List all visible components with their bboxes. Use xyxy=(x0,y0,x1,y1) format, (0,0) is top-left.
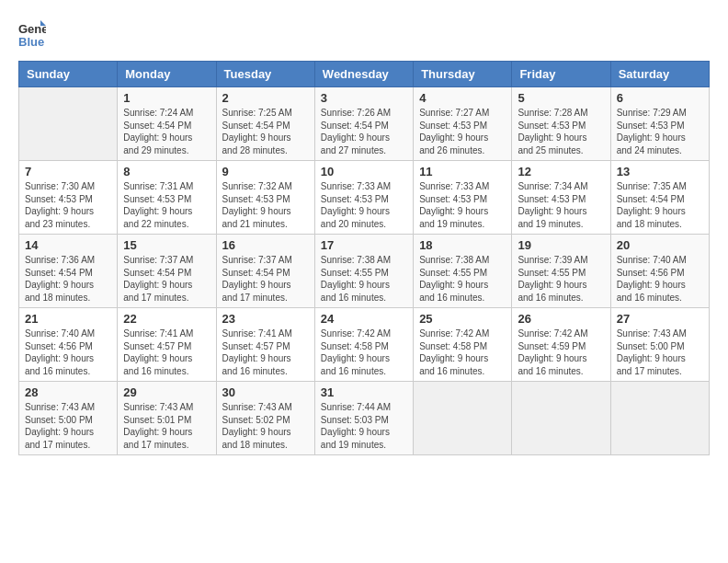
calendar-cell: 31Sunrise: 7:44 AMSunset: 5:03 PMDayligh… xyxy=(314,382,413,455)
cell-content: Sunrise: 7:30 AMSunset: 4:53 PMDaylight:… xyxy=(25,180,111,230)
day-number: 24 xyxy=(321,312,407,326)
calendar-cell: 8Sunrise: 7:31 AMSunset: 4:53 PMDaylight… xyxy=(118,161,216,235)
calendar-table: SundayMondayTuesdayWednesdayThursdayFrid… xyxy=(18,61,710,455)
calendar-cell: 12Sunrise: 7:34 AMSunset: 4:53 PMDayligh… xyxy=(512,161,610,235)
day-number: 18 xyxy=(419,238,506,252)
cell-content: Sunrise: 7:41 AMSunset: 4:57 PMDaylight:… xyxy=(123,327,210,377)
calendar-cell xyxy=(512,382,610,455)
calendar-cell: 4Sunrise: 7:27 AMSunset: 4:53 PMDaylight… xyxy=(414,87,512,161)
calendar-cell: 24Sunrise: 7:42 AMSunset: 4:58 PMDayligh… xyxy=(314,308,413,382)
calendar-cell: 16Sunrise: 7:37 AMSunset: 4:54 PMDayligh… xyxy=(216,235,314,308)
day-number: 5 xyxy=(518,91,604,105)
cell-content: Sunrise: 7:40 AMSunset: 4:56 PMDaylight:… xyxy=(25,327,111,377)
day-number: 8 xyxy=(123,165,210,178)
calendar-cell: 9Sunrise: 7:32 AMSunset: 4:53 PMDaylight… xyxy=(216,161,314,235)
calendar-week-1: 1Sunrise: 7:24 AMSunset: 4:54 PMDaylight… xyxy=(19,87,710,161)
cell-content: Sunrise: 7:31 AMSunset: 4:53 PMDaylight:… xyxy=(123,180,210,230)
weekday-header-friday: Friday xyxy=(512,62,610,87)
day-number: 21 xyxy=(25,312,111,326)
calendar-cell: 1Sunrise: 7:24 AMSunset: 4:54 PMDaylight… xyxy=(118,87,216,161)
day-number: 19 xyxy=(518,238,604,252)
calendar-week-3: 14Sunrise: 7:36 AMSunset: 4:54 PMDayligh… xyxy=(19,235,710,308)
cell-content: Sunrise: 7:42 AMSunset: 4:58 PMDaylight:… xyxy=(419,327,506,377)
calendar-cell: 2Sunrise: 7:25 AMSunset: 4:54 PMDaylight… xyxy=(216,87,314,161)
calendar-cell: 30Sunrise: 7:43 AMSunset: 5:02 PMDayligh… xyxy=(216,382,314,455)
day-number: 29 xyxy=(123,385,210,399)
day-number: 15 xyxy=(123,238,210,252)
cell-content: Sunrise: 7:37 AMSunset: 4:54 PMDaylight:… xyxy=(222,254,309,304)
cell-content: Sunrise: 7:24 AMSunset: 4:54 PMDaylight:… xyxy=(123,107,210,156)
calendar-cell: 25Sunrise: 7:42 AMSunset: 4:58 PMDayligh… xyxy=(414,308,512,382)
calendar-week-2: 7Sunrise: 7:30 AMSunset: 4:53 PMDaylight… xyxy=(19,161,710,235)
cell-content: Sunrise: 7:28 AMSunset: 4:53 PMDaylight:… xyxy=(518,107,604,156)
day-number: 26 xyxy=(518,312,604,326)
calendar-cell: 14Sunrise: 7:36 AMSunset: 4:54 PMDayligh… xyxy=(19,235,118,308)
day-number: 17 xyxy=(321,238,407,252)
cell-content: Sunrise: 7:38 AMSunset: 4:55 PMDaylight:… xyxy=(419,254,506,304)
day-number: 27 xyxy=(617,312,703,326)
cell-content: Sunrise: 7:34 AMSunset: 4:53 PMDaylight:… xyxy=(518,180,604,230)
calendar-cell: 17Sunrise: 7:38 AMSunset: 4:55 PMDayligh… xyxy=(314,235,413,308)
cell-content: Sunrise: 7:32 AMSunset: 4:53 PMDaylight:… xyxy=(222,180,309,230)
calendar-cell: 26Sunrise: 7:42 AMSunset: 4:59 PMDayligh… xyxy=(512,308,610,382)
cell-content: Sunrise: 7:35 AMSunset: 4:54 PMDaylight:… xyxy=(617,180,703,230)
cell-content: Sunrise: 7:42 AMSunset: 4:58 PMDaylight:… xyxy=(321,327,407,377)
calendar-cell xyxy=(414,382,512,455)
calendar-cell: 7Sunrise: 7:30 AMSunset: 4:53 PMDaylight… xyxy=(19,161,118,235)
day-number: 23 xyxy=(222,312,309,326)
calendar-cell: 6Sunrise: 7:29 AMSunset: 4:53 PMDaylight… xyxy=(610,87,709,161)
day-number: 9 xyxy=(222,165,309,178)
day-number: 22 xyxy=(123,312,210,326)
calendar-cell: 21Sunrise: 7:40 AMSunset: 4:56 PMDayligh… xyxy=(19,308,118,382)
calendar-cell: 28Sunrise: 7:43 AMSunset: 5:00 PMDayligh… xyxy=(19,382,118,455)
cell-content: Sunrise: 7:37 AMSunset: 4:54 PMDaylight:… xyxy=(123,254,210,304)
calendar-week-4: 21Sunrise: 7:40 AMSunset: 4:56 PMDayligh… xyxy=(19,308,710,382)
day-number: 14 xyxy=(25,238,111,252)
weekday-header-tuesday: Tuesday xyxy=(216,62,314,87)
weekday-header-monday: Monday xyxy=(118,62,216,87)
cell-content: Sunrise: 7:27 AMSunset: 4:53 PMDaylight:… xyxy=(419,107,506,156)
day-number: 1 xyxy=(123,91,210,105)
cell-content: Sunrise: 7:39 AMSunset: 4:55 PMDaylight:… xyxy=(518,254,604,304)
day-number: 3 xyxy=(321,91,407,105)
cell-content: Sunrise: 7:43 AMSunset: 5:01 PMDaylight:… xyxy=(123,401,210,451)
cell-content: Sunrise: 7:42 AMSunset: 4:59 PMDaylight:… xyxy=(518,327,604,377)
calendar-cell: 15Sunrise: 7:37 AMSunset: 4:54 PMDayligh… xyxy=(118,235,216,308)
calendar-cell: 20Sunrise: 7:40 AMSunset: 4:56 PMDayligh… xyxy=(610,235,709,308)
logo: General Blue xyxy=(18,18,46,52)
cell-content: Sunrise: 7:36 AMSunset: 4:54 PMDaylight:… xyxy=(25,254,111,304)
calendar-cell: 10Sunrise: 7:33 AMSunset: 4:53 PMDayligh… xyxy=(314,161,413,235)
day-number: 6 xyxy=(617,91,703,105)
calendar-cell: 5Sunrise: 7:28 AMSunset: 4:53 PMDaylight… xyxy=(512,87,610,161)
day-number: 16 xyxy=(222,238,309,252)
cell-content: Sunrise: 7:43 AMSunset: 5:00 PMDaylight:… xyxy=(25,401,111,451)
day-number: 20 xyxy=(617,238,703,252)
day-number: 25 xyxy=(419,312,506,326)
cell-content: Sunrise: 7:33 AMSunset: 4:53 PMDaylight:… xyxy=(321,180,407,230)
weekday-header-wednesday: Wednesday xyxy=(314,62,413,87)
cell-content: Sunrise: 7:25 AMSunset: 4:54 PMDaylight:… xyxy=(222,107,309,156)
weekday-header-thursday: Thursday xyxy=(414,62,512,87)
cell-content: Sunrise: 7:41 AMSunset: 4:57 PMDaylight:… xyxy=(222,327,309,377)
calendar-cell: 27Sunrise: 7:43 AMSunset: 5:00 PMDayligh… xyxy=(610,308,709,382)
cell-content: Sunrise: 7:40 AMSunset: 4:56 PMDaylight:… xyxy=(617,254,703,304)
cell-content: Sunrise: 7:38 AMSunset: 4:55 PMDaylight:… xyxy=(321,254,407,304)
weekday-header-sunday: Sunday xyxy=(19,62,118,87)
weekday-header-saturday: Saturday xyxy=(610,62,709,87)
cell-content: Sunrise: 7:33 AMSunset: 4:53 PMDaylight:… xyxy=(419,180,506,230)
cell-content: Sunrise: 7:44 AMSunset: 5:03 PMDaylight:… xyxy=(321,401,407,451)
day-number: 2 xyxy=(222,91,309,105)
calendar-cell xyxy=(610,382,709,455)
day-number: 28 xyxy=(25,385,111,399)
day-number: 31 xyxy=(321,385,407,399)
calendar-cell: 18Sunrise: 7:38 AMSunset: 4:55 PMDayligh… xyxy=(414,235,512,308)
day-number: 4 xyxy=(419,91,506,105)
calendar-cell: 3Sunrise: 7:26 AMSunset: 4:54 PMDaylight… xyxy=(314,87,413,161)
day-number: 30 xyxy=(222,385,309,399)
calendar-cell: 23Sunrise: 7:41 AMSunset: 4:57 PMDayligh… xyxy=(216,308,314,382)
calendar-cell: 29Sunrise: 7:43 AMSunset: 5:01 PMDayligh… xyxy=(118,382,216,455)
day-number: 11 xyxy=(419,165,506,178)
cell-content: Sunrise: 7:29 AMSunset: 4:53 PMDaylight:… xyxy=(617,107,703,156)
calendar-week-5: 28Sunrise: 7:43 AMSunset: 5:00 PMDayligh… xyxy=(19,382,710,455)
header: General Blue xyxy=(18,18,710,52)
